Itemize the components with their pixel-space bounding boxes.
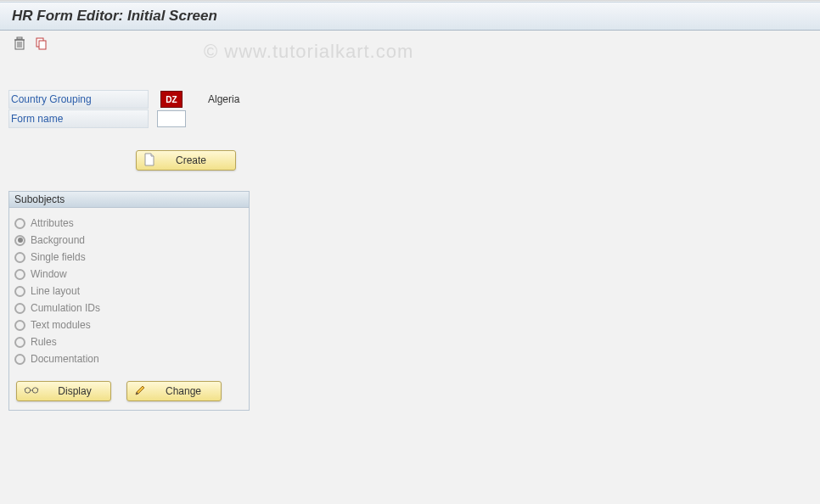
radio-attributes[interactable]: Attributes bbox=[14, 215, 244, 232]
radio-icon bbox=[14, 235, 25, 246]
radio-label: Line layout bbox=[31, 285, 80, 297]
glasses-icon bbox=[24, 385, 39, 397]
pencil-icon bbox=[134, 384, 146, 399]
change-button[interactable]: Change bbox=[126, 381, 222, 401]
radio-icon bbox=[14, 252, 25, 263]
radio-cumulation-ids[interactable]: Cumulation IDs bbox=[14, 300, 244, 316]
change-button-label: Change bbox=[153, 385, 214, 397]
toolbar bbox=[0, 31, 820, 56]
radio-label: Background bbox=[31, 234, 85, 246]
form-name-row: Form name bbox=[8, 109, 812, 128]
form-name-label: Form name bbox=[8, 109, 149, 128]
radio-icon bbox=[14, 320, 25, 331]
radio-label: Rules bbox=[31, 336, 57, 348]
svg-rect-4 bbox=[17, 37, 22, 39]
svg-point-8 bbox=[25, 388, 30, 393]
country-grouping-row: Country Grouping DZ Algeria bbox=[8, 90, 812, 109]
page-header: HR Form Editor: Initial Screen bbox=[0, 3, 820, 31]
subobjects-list: Attributes Background Single fields Wind… bbox=[9, 208, 249, 376]
document-icon bbox=[143, 153, 155, 169]
radio-single-fields[interactable]: Single fields bbox=[14, 249, 244, 266]
create-button[interactable]: Create bbox=[136, 150, 236, 171]
radio-icon bbox=[14, 303, 25, 314]
delete-icon[interactable] bbox=[12, 36, 27, 51]
svg-rect-7 bbox=[39, 41, 46, 49]
radio-label: Documentation bbox=[31, 353, 99, 365]
radio-icon bbox=[14, 337, 25, 348]
radio-icon bbox=[14, 269, 25, 280]
radio-label: Single fields bbox=[31, 251, 86, 263]
radio-label: Cumulation IDs bbox=[31, 302, 100, 314]
copy-icon[interactable] bbox=[34, 36, 49, 51]
country-grouping-code[interactable]: DZ bbox=[160, 91, 183, 108]
subobjects-buttons: Display Change bbox=[9, 376, 249, 410]
country-grouping-label: Country Grouping bbox=[8, 90, 149, 109]
radio-label: Attributes bbox=[31, 217, 74, 229]
form-name-input[interactable] bbox=[157, 110, 186, 127]
page-title: HR Form Editor: Initial Screen bbox=[12, 8, 808, 25]
radio-label: Window bbox=[31, 268, 67, 280]
radio-line-layout[interactable]: Line layout bbox=[14, 283, 244, 300]
display-button-label: Display bbox=[46, 385, 104, 397]
radio-rules[interactable]: Rules bbox=[14, 333, 244, 350]
svg-line-11 bbox=[25, 389, 25, 389]
svg-point-9 bbox=[32, 388, 37, 393]
radio-documentation[interactable]: Documentation bbox=[14, 350, 244, 367]
radio-text-modules[interactable]: Text modules bbox=[14, 316, 244, 333]
radio-label: Text modules bbox=[31, 319, 91, 331]
radio-icon bbox=[14, 286, 25, 297]
subobjects-title: Subobjects bbox=[9, 192, 249, 208]
country-grouping-text: Algeria bbox=[208, 93, 239, 105]
subobjects-group: Subobjects Attributes Background Single … bbox=[8, 191, 250, 411]
content-area: Country Grouping DZ Algeria Form name Cr… bbox=[0, 56, 820, 419]
svg-line-12 bbox=[37, 389, 38, 389]
create-button-label: Create bbox=[162, 154, 228, 166]
radio-window[interactable]: Window bbox=[14, 266, 244, 283]
display-button[interactable]: Display bbox=[16, 381, 111, 401]
radio-icon bbox=[14, 218, 25, 229]
radio-icon bbox=[14, 354, 25, 365]
radio-background[interactable]: Background bbox=[14, 232, 244, 249]
